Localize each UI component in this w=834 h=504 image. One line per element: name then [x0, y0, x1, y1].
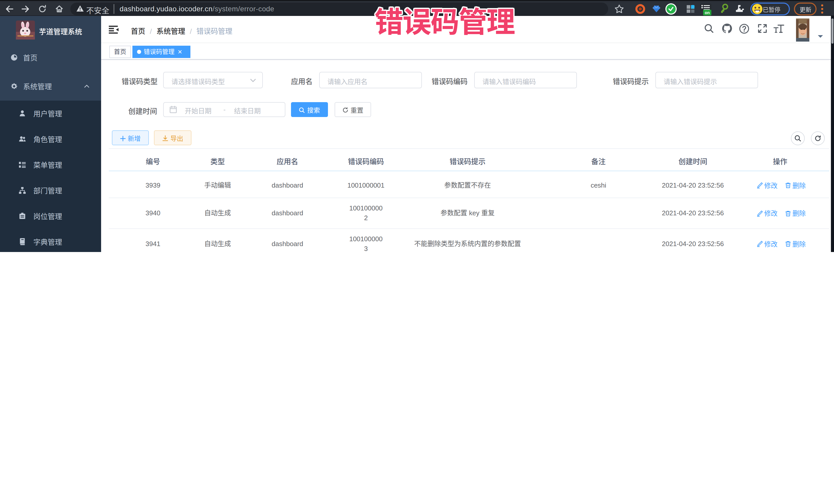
svg-text:on: on — [705, 10, 710, 15]
